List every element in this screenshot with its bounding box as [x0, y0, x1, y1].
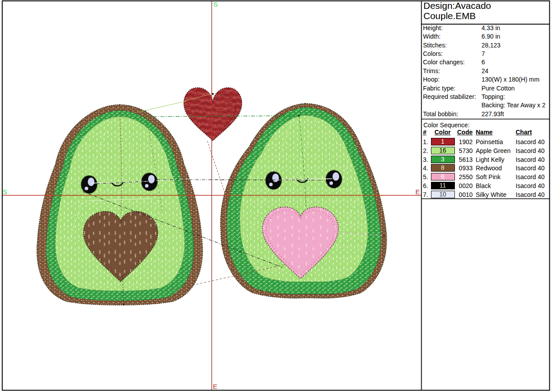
svg-text:S: S [213, 0, 218, 8]
svg-text:E: E [213, 383, 217, 390]
svg-text:E: E [415, 188, 420, 196]
svg-text:S: S [3, 188, 7, 196]
